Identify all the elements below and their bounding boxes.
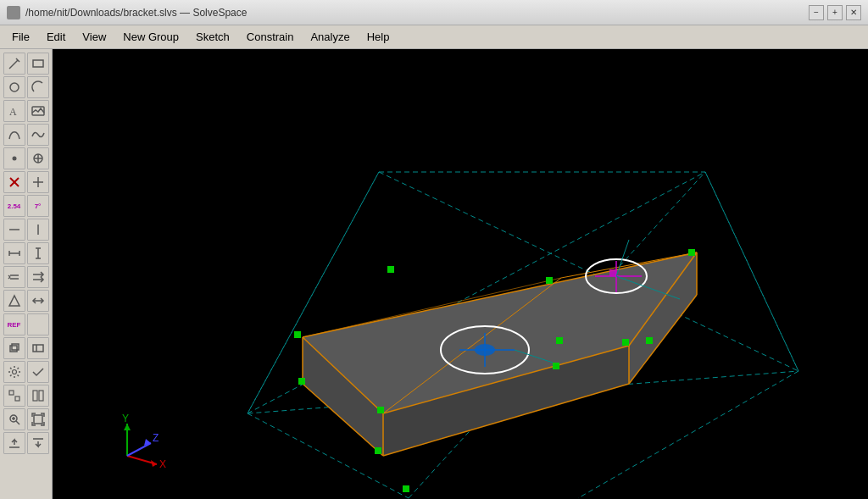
svg-rect-32 [33,345,43,352]
tool-row-10 [3,266,49,288]
svg-rect-30 [10,346,17,352]
view-3d-tool[interactable] [3,337,25,359]
svg-text:Y: Y [122,413,129,424]
svg-rect-92 [646,337,653,344]
svg-rect-95 [609,269,616,276]
svg-rect-83 [294,331,301,338]
main-area: A [0,49,868,499]
svg-rect-87 [387,266,394,273]
rect-tool[interactable] [27,53,49,75]
svg-line-40 [16,421,19,424]
title-bar: /home/nit/Downloads/bracket.slvs — Solve… [0,0,868,25]
tool-row-3: A [3,100,49,122]
svg-rect-35 [9,391,14,395]
horiz-tool[interactable] [3,219,25,241]
parallel-arrows-tool[interactable] [27,266,49,288]
view-2d-tool[interactable] [27,337,49,359]
svg-marker-28 [9,296,19,306]
tool-row-1 [3,53,49,75]
svg-text:A: A [9,106,17,118]
svg-text:X: X [159,458,166,470]
app-icon [7,6,20,19]
tool-row-2 [3,76,49,98]
spline-tool[interactable] [27,124,49,146]
menu-bar: File Edit View New Group Sketch Constrai… [0,25,868,49]
bezier-tool[interactable] [3,124,25,146]
distance-tool[interactable]: 2.54 [3,195,25,217]
svg-point-76 [475,344,495,356]
menu-sketch[interactable]: Sketch [187,28,238,46]
viewport[interactable]: X Y Z [53,49,868,499]
title-bar-title: /home/nit/Downloads/bracket.slvs — Solve… [25,7,247,19]
close-button[interactable]: ✕ [846,5,861,20]
delete-tool[interactable] [3,171,25,193]
gear-tool[interactable] [3,361,25,383]
vert-seg-tool[interactable] [27,242,49,264]
toolbar: A [0,49,53,499]
roof-tool[interactable] [27,432,49,454]
target-tool[interactable] [27,147,49,169]
menu-help[interactable]: Help [359,28,398,46]
tool-row-15 [3,385,49,407]
vis1-tool[interactable] [3,385,25,407]
svg-rect-38 [39,391,43,401]
svg-rect-84 [377,407,384,413]
svg-text:Z: Z [153,432,159,444]
svg-rect-94 [403,485,409,492]
svg-rect-37 [33,391,37,401]
vert-tool[interactable] [27,219,49,241]
tool-row-5 [3,147,49,169]
equal-tool[interactable] [3,266,25,288]
svg-point-3 [10,83,19,91]
snap-tool[interactable] [27,361,49,383]
menu-view[interactable]: View [74,28,114,46]
menu-file[interactable]: File [3,28,38,46]
ref-tool[interactable]: REF [3,313,25,335]
floor-tool[interactable] [3,432,25,454]
maximize-button[interactable]: + [827,5,843,20]
tool-row-7: 2.54 7° [3,195,49,217]
point-tool[interactable] [3,147,25,169]
svg-rect-31 [12,344,19,350]
pencil-tool[interactable] [3,53,25,75]
arc-tool[interactable] [27,76,49,98]
blank-tool[interactable] [27,313,49,335]
tool-row-6 [3,171,49,193]
tool-row-17 [3,432,49,454]
image-tool[interactable] [27,100,49,122]
tool-row-8 [3,219,49,241]
minimize-button[interactable]: − [809,5,824,20]
tool-row-13 [3,337,49,359]
fit-tool[interactable] [27,408,49,430]
menu-constrain[interactable]: Constrain [238,28,303,46]
menu-new-group[interactable]: New Group [114,28,187,46]
svg-point-34 [12,370,16,374]
canvas: X Y Z [53,49,868,499]
menu-analyze[interactable]: Analyze [302,28,358,46]
svg-rect-86 [298,378,305,385]
svg-line-25 [8,277,10,279]
vis2-tool[interactable] [27,385,49,407]
triangle-tool[interactable] [3,290,25,312]
menu-edit[interactable]: Edit [38,28,74,46]
svg-rect-89 [556,337,563,344]
split-tool[interactable] [27,171,49,193]
zoom-tool[interactable] [3,408,25,430]
tool-row-4 [3,124,49,146]
tool-row-11 [3,290,49,312]
circle-tool[interactable] [3,76,25,98]
tool-row-12: REF [3,313,49,335]
text-tool[interactable]: A [3,100,25,122]
svg-line-0 [9,60,18,69]
svg-rect-2 [33,60,43,67]
tool-row-14 [3,361,49,383]
dbl-arrow-tool[interactable] [27,290,49,312]
title-bar-controls[interactable]: − + ✕ [809,5,861,20]
svg-rect-43 [34,415,42,424]
horiz-seg-tool[interactable] [3,242,25,264]
svg-point-6 [12,157,16,161]
angle-tool[interactable]: 7° [27,195,49,217]
svg-rect-91 [622,339,629,346]
svg-rect-88 [546,277,553,284]
tool-row-16 [3,408,49,430]
